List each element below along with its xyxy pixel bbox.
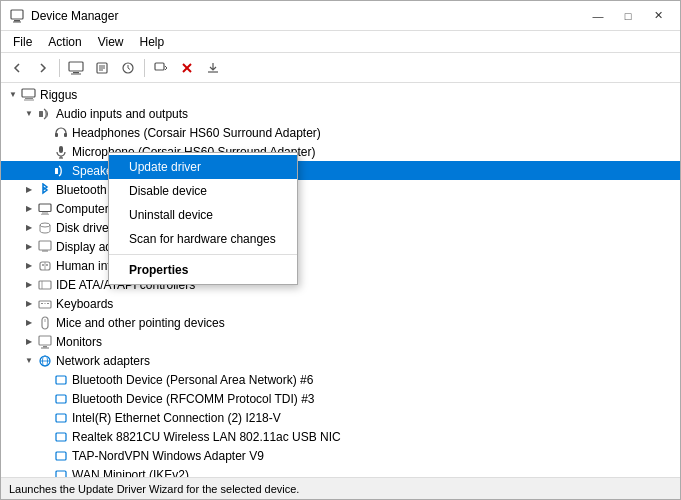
expander-computer[interactable] <box>21 201 37 217</box>
speakers-icon <box>53 163 69 179</box>
tree-label-bt1: Bluetooth Device (Personal Area Network)… <box>72 373 313 387</box>
tree-item-wan1[interactable]: WAN Miniport (IKEv2) <box>1 465 680 477</box>
status-bar: Launches the Update Driver Wizard for th… <box>1 477 680 499</box>
tree-item-microphone[interactable]: Microphone (Corsair HS60 Surround Adapte… <box>1 142 680 161</box>
svg-rect-0 <box>11 10 23 19</box>
network-icon <box>37 353 53 369</box>
close-button[interactable]: ✕ <box>644 6 672 26</box>
tree-item-bt2[interactable]: Bluetooth Device (RFCOMM Protocol TDI) #… <box>1 389 680 408</box>
svg-rect-42 <box>39 336 51 345</box>
bt-device-icon-2 <box>53 391 69 407</box>
ethernet-icon <box>53 410 69 426</box>
expander-keyboards[interactable] <box>21 296 37 312</box>
tree-item-diskdrives[interactable]: Disk drives <box>1 218 680 237</box>
expander-monitors[interactable] <box>21 334 37 350</box>
properties-button[interactable] <box>90 56 114 80</box>
expander-ide[interactable] <box>21 277 37 293</box>
toolbar-separator-2 <box>144 59 145 77</box>
ctx-separator <box>109 254 297 255</box>
svg-rect-18 <box>39 111 43 117</box>
computer-button[interactable] <box>64 56 88 80</box>
minimize-button[interactable]: — <box>584 6 612 26</box>
tree-label-audio: Audio inputs and outputs <box>56 107 188 121</box>
expander-audio[interactable] <box>21 106 37 122</box>
tree-item-bt1[interactable]: Bluetooth Device (Personal Area Network)… <box>1 370 680 389</box>
forward-button[interactable] <box>31 56 55 80</box>
tree-label-monitors: Monitors <box>56 335 102 349</box>
tree-label-tap: TAP-NordVPN Windows Adapter V9 <box>72 449 264 463</box>
tree-item-computer[interactable]: Computer <box>1 199 680 218</box>
expander-riggus[interactable] <box>5 87 21 103</box>
back-button[interactable] <box>5 56 29 80</box>
tree-label-riggus: Riggus <box>40 88 77 102</box>
svg-point-28 <box>40 223 50 227</box>
expander-display[interactable] <box>21 239 37 255</box>
svg-point-33 <box>42 264 44 266</box>
svg-rect-49 <box>56 395 66 403</box>
svg-rect-4 <box>73 72 79 73</box>
menu-bar: File Action View Help <box>1 31 680 53</box>
title-bar: Device Manager — □ ✕ <box>1 1 680 31</box>
menu-help[interactable]: Help <box>132 33 173 51</box>
tree-label-bluetooth: Bluetooth <box>56 183 107 197</box>
ctx-scan-hardware[interactable]: Scan for hardware changes <box>109 227 297 251</box>
audio-icon <box>37 106 53 122</box>
svg-rect-51 <box>56 433 66 441</box>
expander-mice[interactable] <box>21 315 37 331</box>
computer-cat-icon <box>37 201 53 217</box>
tap-icon <box>53 448 69 464</box>
maximize-button[interactable]: □ <box>614 6 642 26</box>
svg-point-34 <box>46 264 48 266</box>
wan1-icon <box>53 467 69 478</box>
disk-icon <box>37 220 53 236</box>
tree-item-network[interactable]: Network adapters <box>1 351 680 370</box>
tree-label-realtek: Realtek 8821CU Wireless LAN 802.11ac USB… <box>72 430 341 444</box>
tree-item-displayad[interactable]: Display adapters <box>1 237 680 256</box>
menu-action[interactable]: Action <box>40 33 89 51</box>
hid-icon <box>37 258 53 274</box>
ctx-disable-device[interactable]: Disable device <box>109 179 297 203</box>
toolbar-separator-1 <box>59 59 60 77</box>
tree-item-realtek[interactable]: Realtek 8821CU Wireless LAN 802.11ac USB… <box>1 427 680 446</box>
tree-item-headphones[interactable]: Headphones (Corsair HS60 Surround Adapte… <box>1 123 680 142</box>
tree-item-ideata[interactable]: IDE ATA/ATAPI controllers <box>1 275 680 294</box>
tree-item-speakers[interactable]: Speakers (Realtek High Definition Audio) <box>1 161 680 180</box>
remove-button[interactable] <box>175 56 199 80</box>
download-button[interactable] <box>201 56 225 80</box>
tree-label-headphones: Headphones (Corsair HS60 Surround Adapte… <box>72 126 321 140</box>
ctx-uninstall-device[interactable]: Uninstall device <box>109 203 297 227</box>
svg-rect-48 <box>56 376 66 384</box>
tree-item-monitors[interactable]: Monitors <box>1 332 680 351</box>
tree-item-mice[interactable]: Mice and other pointing devices <box>1 313 680 332</box>
expander-human[interactable] <box>21 258 37 274</box>
menu-view[interactable]: View <box>90 33 132 51</box>
expander-network[interactable] <box>21 353 37 369</box>
tree-label-computer: Computer <box>56 202 109 216</box>
expander-diskdrives[interactable] <box>21 220 37 236</box>
update-driver-toolbar[interactable] <box>149 56 173 80</box>
tree-item-audio[interactable]: Audio inputs and outputs <box>1 104 680 123</box>
svg-rect-43 <box>43 346 47 348</box>
svg-rect-35 <box>39 281 51 289</box>
tree-label-diskdrives: Disk drives <box>56 221 115 235</box>
scan-button[interactable] <box>116 56 140 80</box>
ctx-properties[interactable]: Properties <box>109 258 297 282</box>
tree-item-ethernet[interactable]: Intel(R) Ethernet Connection (2) I218-V <box>1 408 680 427</box>
tree-item-bluetooth[interactable]: Bluetooth <box>1 180 680 199</box>
tree-item-humanint[interactable]: Human interface devices <box>1 256 680 275</box>
svg-rect-15 <box>22 89 35 97</box>
tree-label-keyboards: Keyboards <box>56 297 113 311</box>
tree-label-network: Network adapters <box>56 354 150 368</box>
title-bar-text: Device Manager <box>31 9 584 23</box>
menu-file[interactable]: File <box>5 33 40 51</box>
keyboard-icon <box>37 296 53 312</box>
device-tree[interactable]: Riggus Audio inputs and outputs Headp <box>1 83 680 477</box>
expander-bluetooth[interactable] <box>21 182 37 198</box>
computer-icon <box>21 87 37 103</box>
tree-item-riggus[interactable]: Riggus <box>1 85 680 104</box>
tree-item-keyboards[interactable]: Keyboards <box>1 294 680 313</box>
tree-item-tap[interactable]: TAP-NordVPN Windows Adapter V9 <box>1 446 680 465</box>
ctx-update-driver[interactable]: Update driver <box>109 155 297 179</box>
svg-rect-21 <box>59 146 63 153</box>
toolbar <box>1 53 680 83</box>
